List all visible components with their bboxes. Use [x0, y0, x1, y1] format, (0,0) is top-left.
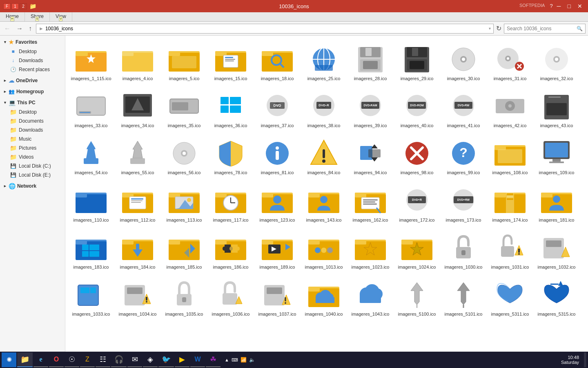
file-item[interactable]: imageres_35.ico: [162, 86, 207, 131]
file-item[interactable]: imageres_32.ico: [534, 39, 579, 84]
file-item[interactable]: imageres_1037.ico: [255, 274, 300, 320]
file-item[interactable]: imageres_1030.ico: [441, 227, 486, 273]
sidebar-item-documents[interactable]: 📁 Documents: [0, 117, 65, 126]
path-dropdown[interactable]: ▾: [489, 26, 491, 31]
back-button[interactable]: ←: [2, 24, 12, 33]
file-item[interactable]: imageres_110.ico: [69, 180, 114, 226]
sidebar-item-downloads-pc[interactable]: 📁 Downloads: [0, 126, 65, 135]
file-item[interactable]: imageres_1032.ico: [534, 227, 579, 273]
file-item[interactable]: imageres_183.ico: [69, 227, 114, 273]
taskbar-clock[interactable]: 10:48 Saturday: [561, 355, 582, 365]
file-item[interactable]: DVD+RWimageres_173.ico: [441, 180, 486, 226]
file-item[interactable]: imageres_1031.ico: [488, 227, 532, 273]
search-icon[interactable]: 🔍: [577, 26, 583, 31]
file-item[interactable]: imageres_108.ico: [488, 133, 532, 178]
file-item[interactable]: imageres_189.ico: [255, 227, 300, 273]
sidebar-network-header[interactable]: ► 🌐 Network: [0, 181, 65, 191]
file-item[interactable]: imageres_34.ico: [115, 86, 160, 131]
help-icon[interactable]: ?: [550, 3, 552, 9]
taskbar-player[interactable]: ▶: [175, 352, 189, 367]
taskbar-mail[interactable]: ✉: [127, 352, 142, 367]
refresh-button[interactable]: ↻: [496, 25, 501, 32]
file-item[interactable]: imageres_184.ico: [115, 227, 160, 273]
taskbar-chrome[interactable]: ☉: [65, 352, 79, 367]
file-item[interactable]: imageres_18.ico: [255, 39, 300, 84]
sidebar-item-local-e[interactable]: 💾 Local Disk (E:): [0, 171, 65, 180]
file-item[interactable]: imageres_81.ico: [255, 133, 300, 178]
ribbon-tab-view[interactable]: View V: [50, 12, 72, 21]
file-item[interactable]: imageres_1013.ico: [301, 227, 346, 273]
file-item[interactable]: imageres_112.ico: [115, 180, 160, 226]
file-item[interactable]: imageres_123.ico: [255, 180, 300, 226]
sidebar-item-desktop-fav[interactable]: ■ Desktop: [0, 47, 65, 56]
file-item[interactable]: imageres_1040.ico: [301, 274, 346, 320]
file-item[interactable]: imageres_109.ico: [534, 133, 579, 178]
file-item[interactable]: imageres_78.ico: [208, 133, 253, 178]
file-item[interactable]: imageres_117.ico: [208, 180, 253, 226]
file-item[interactable]: imageres_1024.ico: [394, 227, 439, 273]
up-button[interactable]: ↑: [27, 24, 33, 33]
file-item[interactable]: imageres_185.ico: [162, 227, 207, 273]
sidebar-thispc-header[interactable]: ▼ 💻 This PC: [0, 98, 65, 108]
taskbar-word[interactable]: W: [190, 352, 205, 367]
file-item[interactable]: ?imageres_99.ico: [441, 133, 486, 178]
file-item[interactable]: imageres_84.ico: [301, 133, 346, 178]
sidebar-onedrive-header[interactable]: ► ☁ OneDrive: [0, 76, 65, 85]
systray-network[interactable]: 📶: [241, 357, 247, 363]
file-item[interactable]: imageres_1_115.ico: [69, 39, 114, 84]
file-item[interactable]: imageres_94.ico: [348, 133, 393, 178]
systray-arrow[interactable]: ▲: [225, 357, 229, 362]
sidebar-item-recent[interactable]: 🕑 Recent places: [0, 65, 65, 74]
sidebar-favorites-header[interactable]: ▼ ★ Favorites: [0, 37, 65, 47]
file-item[interactable]: imageres_174.ico: [488, 180, 532, 226]
sidebar-item-pictures[interactable]: 📁 Pictures: [0, 144, 65, 153]
sidebar-item-local-c[interactable]: 💾 Local Disk (C:): [0, 162, 65, 171]
sidebar-item-downloads-fav[interactable]: ↓ Downloads: [0, 56, 65, 65]
sidebar-item-music[interactable]: 📁 Music: [0, 135, 65, 144]
taskbar-filezilla[interactable]: Z: [80, 352, 95, 367]
start-button[interactable]: ✺: [2, 352, 16, 367]
systray-volume[interactable]: 🔈: [249, 357, 255, 363]
file-item[interactable]: DVD+Rimageres_172.ico: [394, 180, 439, 226]
file-item[interactable]: imageres_143.ico: [301, 180, 346, 226]
file-item[interactable]: imageres_30.ico: [441, 39, 486, 84]
taskbar-twitter[interactable]: 🐦: [158, 352, 174, 367]
file-item[interactable]: imageres_186.ico: [208, 227, 253, 273]
ribbon-tab-home[interactable]: Home H: [0, 12, 25, 21]
file-item[interactable]: imageres_28.ico: [348, 39, 393, 84]
forward-button[interactable]: →: [15, 24, 24, 33]
file-item[interactable]: DVD-Rimageres_38.ico: [301, 86, 346, 131]
file-item[interactable]: imageres_5101.ico: [441, 274, 486, 320]
file-item[interactable]: imageres_15.ico: [208, 39, 253, 84]
sidebar-item-desktop-pc[interactable]: 📁 Desktop: [0, 108, 65, 117]
file-item[interactable]: imageres_1035.ico: [162, 274, 207, 320]
tab-f[interactable]: F: [3, 3, 11, 9]
taskbar-opera[interactable]: O: [49, 352, 64, 367]
file-item[interactable]: imageres_1033.ico: [69, 274, 114, 320]
taskbar-ie[interactable]: e: [33, 352, 48, 367]
file-item[interactable]: DVD-RWimageres_41.ico: [441, 86, 486, 131]
file-item[interactable]: imageres_31.ico: [488, 39, 532, 84]
search-input[interactable]: [507, 26, 575, 31]
file-item[interactable]: imageres_98.ico: [394, 133, 439, 178]
file-item[interactable]: imageres_29.ico: [394, 39, 439, 84]
maximize-button[interactable]: □: [565, 3, 573, 9]
file-item[interactable]: imageres_25.ico: [301, 39, 346, 84]
tab-1[interactable]: 1: [11, 3, 19, 9]
address-path[interactable]: ► 10036_icons ▾: [36, 24, 494, 34]
taskbar-app8[interactable]: ◈: [143, 352, 158, 367]
ribbon-tab-share[interactable]: Share S: [25, 12, 50, 21]
file-item[interactable]: imageres_181.ico: [534, 180, 579, 226]
file-item[interactable]: imageres_5.ico: [162, 39, 207, 84]
file-item[interactable]: imageres_1034.ico: [115, 274, 160, 320]
file-item[interactable]: imageres_55.ico: [115, 133, 160, 178]
file-item[interactable]: imageres_1023.ico: [348, 227, 393, 273]
search-box[interactable]: 🔍: [504, 24, 586, 34]
file-item[interactable]: imageres_43.ico: [534, 86, 579, 131]
file-item[interactable]: imageres_33.ico: [69, 86, 114, 131]
minimize-button[interactable]: ─: [555, 3, 564, 9]
sidebar-homegroup-header[interactable]: ► 👥 Homegroup: [0, 87, 65, 96]
file-item[interactable]: imageres_5100.ico: [394, 274, 439, 320]
show-desktop-button[interactable]: [584, 352, 586, 367]
file-item[interactable]: imageres_5311.ico: [488, 274, 532, 320]
